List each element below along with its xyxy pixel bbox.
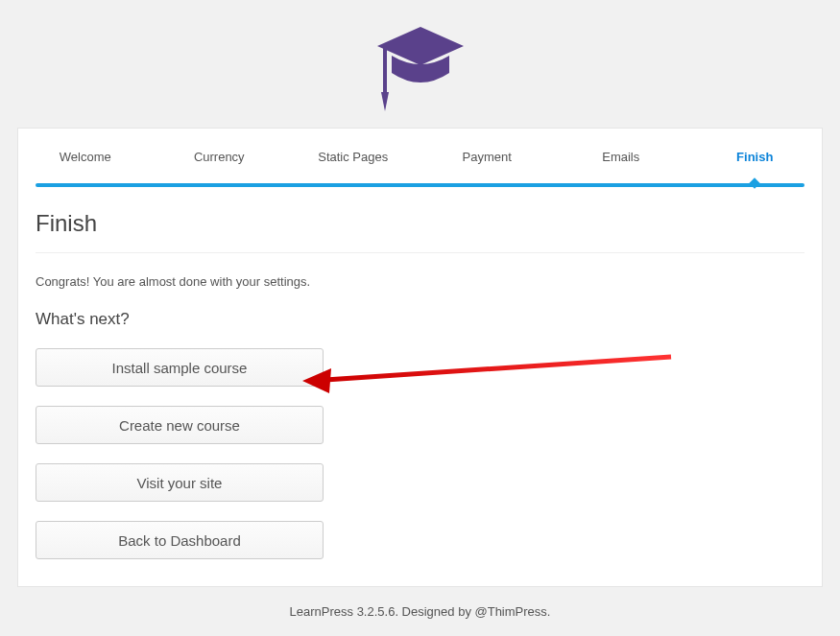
svg-rect-1 [383,46,387,99]
visit-your-site-button[interactable]: Visit your site [36,463,324,502]
tab-welcome[interactable]: Welcome [18,129,153,183]
back-to-dashboard-button[interactable]: Back to Dashboard [36,521,324,559]
logo-wrap [0,0,840,128]
tab-currency[interactable]: Currency [153,129,287,183]
wizard-progress-bar [36,183,804,187]
svg-marker-0 [377,27,464,65]
graduation-cap-icon [372,17,468,116]
action-button-stack: Install sample course Create new course … [36,348,324,559]
wizard-content: Finish Congrats! You are almost done wit… [18,187,822,559]
footer-text: LearnPress 3.2.5.6. Designed by @ThimPre… [0,587,840,619]
tab-finish[interactable]: Finish [688,129,823,183]
install-sample-course-button[interactable]: Install sample course [36,348,324,387]
tab-emails[interactable]: Emails [554,129,688,183]
svg-marker-2 [381,92,389,111]
wizard-card: Welcome Currency Static Pages Payment Em… [17,128,823,587]
page-title: Finish [36,210,804,253]
tab-static-pages[interactable]: Static Pages [286,129,420,183]
create-new-course-button[interactable]: Create new course [36,406,324,444]
congrats-text: Congrats! You are almost done with your … [36,253,804,289]
whats-next-heading: What's next? [36,289,804,329]
wizard-tabs: Welcome Currency Static Pages Payment Em… [18,129,822,183]
tab-payment[interactable]: Payment [420,129,555,183]
